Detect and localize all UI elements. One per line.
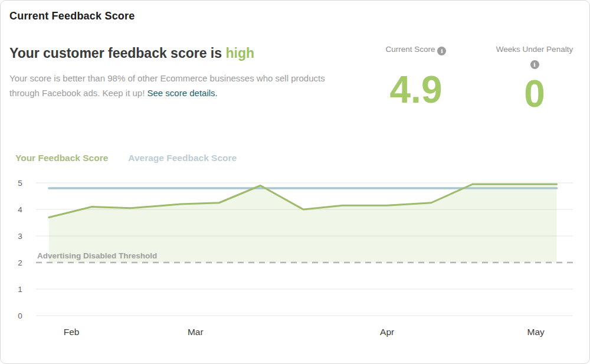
svg-text:Advertising Disabled Threshold: Advertising Disabled Threshold: [37, 251, 157, 260]
summary-heading-highlight: high: [225, 45, 254, 61]
legend-your-feedback-score[interactable]: Your Feedback Score: [15, 153, 108, 163]
svg-text:May: May: [527, 327, 545, 337]
feedback-score-chart: 012345Advertising Disabled ThresholdFebM…: [1, 172, 590, 349]
chart-legend: Your Feedback Score Average Feedback Sco…: [15, 153, 237, 163]
weeks-under-penalty-label: Weeks Under Penalty: [490, 44, 579, 55]
svg-text:4: 4: [18, 205, 22, 214]
svg-text:Mar: Mar: [188, 327, 204, 337]
current-score-label-row: Current Score i: [369, 44, 463, 55]
info-icon[interactable]: i: [530, 60, 539, 69]
current-score-label: Current Score: [386, 45, 435, 54]
stat-weeks-under-penalty: Weeks Under Penalty i 0: [490, 44, 579, 113]
weeks-penalty-icon-row: i: [490, 57, 579, 69]
stats-panel: Current Score i 4.9 Weeks Under Penalty …: [369, 44, 579, 113]
summary-heading-text: Your customer feedback score is: [9, 45, 225, 61]
svg-text:Feb: Feb: [64, 327, 80, 337]
summary-description: Your score is better than 98% of other E…: [9, 71, 340, 101]
see-score-details-link[interactable]: See score details.: [148, 88, 218, 98]
feedback-score-panel: Current Feedback Score Your customer fee…: [0, 0, 590, 364]
page-title: Current Feedback Score: [9, 10, 135, 22]
legend-average-feedback-score[interactable]: Average Feedback Score: [128, 153, 237, 163]
info-icon[interactable]: i: [437, 47, 446, 55]
svg-text:3: 3: [18, 232, 22, 241]
svg-text:Apr: Apr: [380, 327, 394, 337]
weeks-under-penalty-value: 0: [490, 75, 579, 113]
summary-heading: Your customer feedback score is high: [9, 45, 254, 61]
svg-text:5: 5: [18, 179, 22, 188]
current-score-value: 4.9: [369, 71, 463, 109]
svg-text:2: 2: [18, 258, 22, 267]
stat-current-score: Current Score i 4.9: [369, 44, 463, 113]
svg-text:1: 1: [18, 285, 22, 294]
svg-text:0: 0: [18, 311, 22, 320]
